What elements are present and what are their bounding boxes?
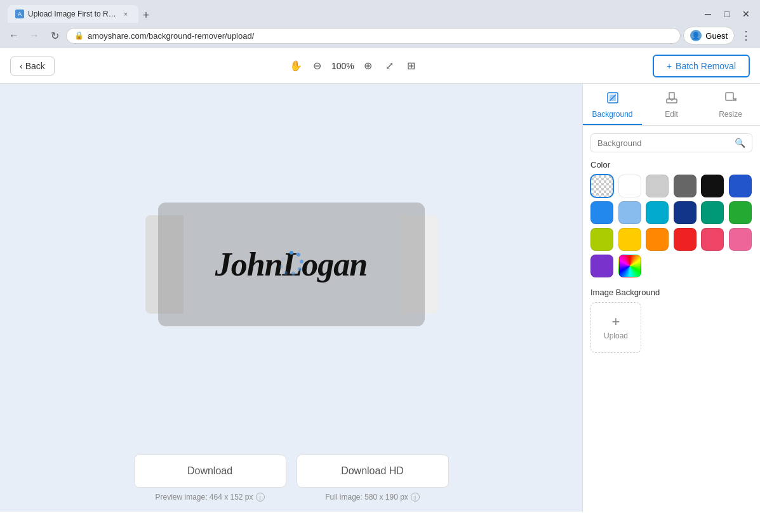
svg-point-7 — [281, 257, 285, 261]
batch-removal-button[interactable]: + Batch Removal — [653, 55, 750, 77]
color-swatch-pink-red[interactable] — [701, 228, 724, 251]
hand-tool-button[interactable]: ✋ — [287, 57, 305, 75]
tab-favicon: A — [15, 10, 24, 18]
window-controls: ─ □ ✕ — [699, 5, 755, 23]
download-hd-button[interactable]: Download HD — [297, 455, 449, 488]
color-swatch-light-blue[interactable] — [618, 201, 641, 224]
upload-box[interactable]: + Upload — [590, 302, 641, 353]
color-swatch-light-gray[interactable] — [646, 175, 669, 197]
address-text: amoyshare.com/background-remover/upload/ — [88, 31, 672, 41]
back-chevron-icon: ‹ — [20, 61, 23, 71]
tab-close-button[interactable]: × — [121, 9, 131, 19]
color-swatch-pink[interactable] — [729, 228, 752, 251]
svg-point-2 — [300, 260, 303, 263]
upload-plus-icon: + — [612, 315, 620, 329]
full-info-icon[interactable]: i — [411, 493, 420, 502]
resize-tab-icon — [724, 91, 737, 107]
full-info: Full image: 580 x 190 px i — [297, 493, 449, 502]
profile-label: Guest — [705, 31, 728, 41]
batch-plus-icon: + — [667, 61, 672, 71]
browser-chrome: A Upload Image First to Remo... × + ─ □ … — [0, 0, 760, 48]
tab-title: Upload Image First to Remo... — [28, 10, 117, 18]
download-buttons: Download Download HD — [134, 455, 449, 488]
search-input[interactable] — [597, 138, 731, 148]
zoom-in-button[interactable]: ⊕ — [359, 57, 377, 75]
color-swatch-yellow-green[interactable] — [590, 228, 613, 251]
close-window-button[interactable]: ✕ — [737, 5, 755, 23]
search-icon[interactable]: 🔍 — [735, 138, 745, 148]
download-button[interactable]: Download — [134, 455, 286, 488]
color-swatch-transparent[interactable] — [590, 175, 613, 197]
tab-bar: A Upload Image First to Remo... × + — [8, 5, 154, 23]
background-tab-icon — [606, 91, 619, 107]
search-bar[interactable]: 🔍 — [590, 133, 752, 152]
color-swatch-purple[interactable] — [590, 255, 613, 277]
lock-icon: 🔒 — [74, 31, 84, 40]
color-swatch-yellow[interactable] — [618, 228, 641, 251]
color-section-label: Color — [590, 160, 752, 170]
svg-rect-10 — [667, 99, 677, 103]
preview-info: Preview image: 464 x 152 px i — [134, 493, 286, 502]
edit-tab-label: Edit — [665, 110, 678, 119]
color-swatch-green[interactable] — [729, 201, 752, 224]
color-swatch-black[interactable] — [701, 175, 724, 197]
color-swatch-cyan[interactable] — [646, 201, 669, 224]
nav-back-button[interactable]: ← — [5, 27, 23, 44]
browser-titlebar: A Upload Image First to Remo... × + ─ □ … — [0, 0, 760, 23]
color-swatch-navy[interactable] — [674, 201, 697, 224]
active-tab[interactable]: A Upload Image First to Remo... × — [8, 5, 138, 23]
profile-button[interactable]: 👤 Guest — [683, 27, 735, 44]
image-background-section: Image Background + Upload — [590, 288, 752, 353]
color-swatch-white[interactable] — [618, 175, 641, 197]
color-swatch-blue[interactable] — [590, 201, 613, 224]
panel-tabs: Background Edit — [583, 84, 760, 126]
svg-point-1 — [297, 253, 300, 256]
zoom-level: 100% — [330, 61, 356, 71]
svg-point-6 — [279, 265, 283, 269]
loading-spinner — [277, 249, 305, 279]
zoom-out-button[interactable]: ⊖ — [309, 57, 326, 75]
download-area: Download Download HD Preview image: 464 … — [0, 444, 582, 512]
color-swatch-dark-blue[interactable] — [729, 175, 752, 197]
tab-edit[interactable]: Edit — [642, 84, 701, 125]
tab-resize[interactable]: Resize — [701, 84, 760, 125]
svg-rect-11 — [726, 93, 733, 100]
nav-refresh-button[interactable]: ↻ — [46, 27, 63, 44]
browser-nav: ← → ↻ 🔒 amoyshare.com/background-remover… — [0, 23, 760, 48]
more-options-button[interactable]: ⋮ — [737, 27, 755, 44]
color-swatch-orange[interactable] — [646, 228, 669, 251]
toolbar: ‹ Back ✋ ⊖ 100% ⊕ ⤢ ⊞ + Batch Removal — [0, 48, 760, 84]
zoom-controls: ✋ ⊖ 100% ⊕ ⤢ ⊞ — [287, 57, 420, 75]
image-preview: JohnLogan — [145, 203, 437, 326]
main-layout: JohnLogan — [0, 84, 760, 512]
svg-point-0 — [290, 251, 293, 255]
color-swatch-gray[interactable] — [674, 175, 697, 197]
split-view-button[interactable]: ⊞ — [403, 57, 420, 75]
svg-point-4 — [291, 272, 295, 276]
upload-label: Upload — [604, 331, 628, 340]
right-panel: Background Edit — [582, 84, 760, 512]
image-bg-label: Image Background — [590, 288, 752, 297]
back-label: Back — [25, 61, 45, 71]
nav-forward-button[interactable]: → — [25, 27, 43, 44]
panel-content: 🔍 Color — [583, 126, 760, 512]
resize-tab-label: Resize — [719, 110, 742, 119]
address-bar[interactable]: 🔒 amoyshare.com/background-remover/uploa… — [66, 28, 681, 44]
back-button[interactable]: ‹ Back — [10, 57, 55, 76]
color-grid — [590, 175, 752, 277]
fit-view-button[interactable]: ⤢ — [381, 57, 399, 75]
color-swatch-teal[interactable] — [701, 201, 724, 224]
color-swatch-rainbow[interactable] — [618, 255, 641, 277]
profile-icon: 👤 — [690, 30, 702, 41]
preview-info-text: Preview image: 464 x 152 px — [155, 493, 253, 502]
edit-tab-icon — [665, 91, 678, 107]
new-tab-button[interactable]: + — [138, 8, 154, 23]
preview-info-icon[interactable]: i — [256, 493, 265, 502]
batch-removal-label: Batch Removal — [676, 61, 736, 71]
tab-background[interactable]: Background — [583, 84, 642, 125]
maximize-button[interactable]: □ — [718, 5, 736, 23]
canvas-viewport: JohnLogan — [0, 84, 582, 444]
svg-point-5 — [284, 271, 288, 275]
color-swatch-red[interactable] — [674, 228, 697, 251]
minimize-button[interactable]: ─ — [699, 5, 717, 23]
